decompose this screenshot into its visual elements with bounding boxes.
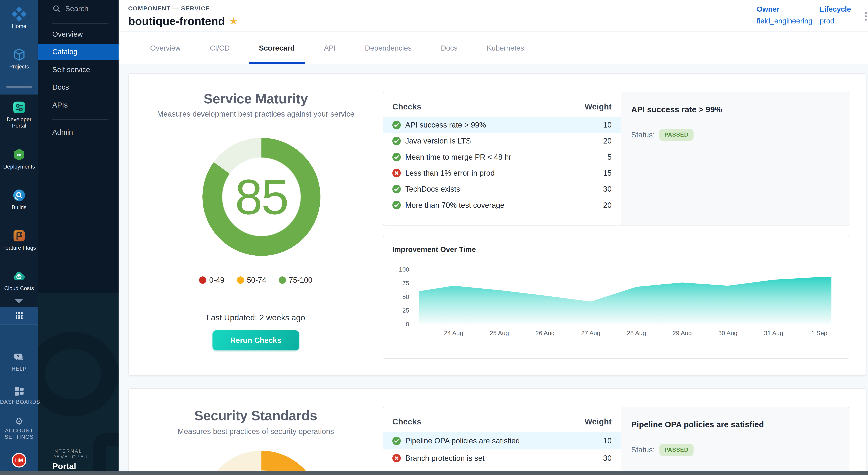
x-axis-tick: 1 Sep — [811, 330, 827, 337]
checks-column-header: Checks — [392, 417, 421, 426]
module-picker-button[interactable] — [8, 307, 30, 324]
check-row[interactable]: Mean time to merge PR < 48 hr5 — [383, 149, 621, 165]
page-title-row: boutique-frontend ★ — [128, 14, 238, 28]
checks-rows: API success rate > 99%10Java version is … — [383, 117, 621, 213]
builds-icon — [12, 188, 26, 203]
last-updated-text: Last Updated: 2 weeks ago — [129, 313, 383, 322]
sidebar-item-catalog[interactable]: Catalog — [38, 44, 119, 60]
check-status-row: Status: PASSED — [631, 444, 840, 456]
entity-header: COMPONENT — SERVICE boutique-frontend ★ … — [119, 0, 868, 31]
rail-label-account-settings: ACCOUNT SETTINGS — [3, 427, 35, 440]
check-label: Java version is LTS — [405, 137, 603, 145]
kebab-menu-icon[interactable] — [860, 9, 868, 24]
tab-scorecard[interactable]: Scorecard — [249, 32, 305, 64]
security-summary: Security Standards Measures best practic… — [129, 389, 383, 471]
check-row[interactable]: API success rate > 99%10 — [383, 117, 621, 133]
sidebar-item-admin[interactable]: Admin — [38, 124, 119, 140]
horizontal-scrollbar[interactable] — [0, 471, 868, 475]
check-weight: 30 — [603, 185, 612, 194]
owner-label: Owner — [757, 5, 812, 13]
tab-dependencies[interactable]: Dependencies — [355, 32, 422, 64]
tab-kubernetes[interactable]: Kubernetes — [476, 32, 534, 64]
owner-meta[interactable]: Owner field_engineering — [757, 5, 812, 25]
security-score-gauge — [203, 451, 320, 471]
scorecard-content: Service Maturity Measures development be… — [119, 64, 868, 471]
check-row[interactable]: TechDocs exists30 — [383, 181, 621, 197]
chart-title: Improvement Over Time — [392, 245, 476, 254]
sidebar-footer-title: Portal — [52, 461, 119, 471]
check-detail-title: API success rate > 99% — [631, 105, 840, 114]
rail-collapse-chevron-down-icon[interactable] — [15, 299, 23, 303]
check-row[interactable]: Java version is LTS20 — [383, 133, 621, 149]
x-axis-tick: 26 Aug — [535, 330, 555, 337]
rerun-checks-button[interactable]: Rerun Checks — [213, 330, 299, 351]
tab-docs[interactable]: Docs — [431, 32, 467, 64]
scorecard-subtitle: Measures development best practices agai… — [129, 110, 383, 118]
check-pass-icon — [392, 153, 401, 161]
rail-item-deployments[interactable]: ∞ Deployments — [0, 147, 38, 170]
check-row[interactable]: Less than 1% error in prod15 — [383, 165, 621, 181]
scorecard-subtitle: Measures best practices of security oper… — [129, 427, 383, 436]
check-pass-icon — [392, 185, 401, 194]
rail-item-dashboards[interactable]: DASHBOARDS — [0, 385, 38, 405]
check-pass-icon — [392, 121, 401, 129]
legend-item: 75-100 — [279, 276, 312, 285]
weight-column-header: Weight — [585, 102, 612, 111]
rail-label-dashboards: DASHBOARDS — [0, 399, 38, 405]
check-fail-icon — [392, 454, 401, 463]
improvement-chart-card: Improvement Over Time 025507510024 Aug25… — [383, 236, 849, 359]
user-avatar[interactable]: HM — [12, 453, 26, 468]
check-label: More than 70% test coverage — [405, 201, 603, 210]
owner-value[interactable]: field_engineering — [757, 17, 812, 25]
grid-menu-icon — [16, 312, 22, 319]
sidebar-footer-eyebrow: INTERNAL DEVELOPER — [52, 448, 119, 459]
check-pass-icon — [392, 201, 401, 209]
checks-table-header: Checks Weight — [383, 407, 621, 432]
sidebar-item-overview[interactable]: Overview — [38, 26, 119, 42]
legend-dot-icon — [199, 276, 207, 284]
rail-item-projects[interactable]: Projects — [0, 47, 38, 70]
developer-portal-icon — [12, 100, 26, 115]
check-row[interactable] — [383, 467, 621, 471]
check-row[interactable]: More than 70% test coverage20 — [383, 197, 621, 213]
sidebar-item-self-service[interactable]: Self service — [38, 62, 119, 78]
rail-item-account-settings[interactable]: ⚙ ACCOUNT SETTINGS — [0, 416, 38, 440]
scorecard-card-service-maturity: Service Maturity Measures development be… — [128, 73, 866, 376]
scorecard-title: Service Maturity — [129, 91, 383, 107]
check-row[interactable]: Branch protection is set30 — [383, 449, 621, 467]
sidebar-item-docs[interactable]: Docs — [38, 80, 119, 95]
rail-item-home[interactable]: Home — [0, 7, 38, 29]
y-axis-tick: 100 — [399, 266, 409, 273]
rail-item-cloud-costs[interactable]: $ Cloud Costs — [0, 269, 38, 292]
tab-api[interactable]: API — [314, 32, 346, 64]
deployments-icon: ∞ — [12, 147, 26, 162]
scorecard-title: Security Standards — [129, 408, 383, 423]
app: { "header": { "eyebrow": "COMPONENT — SE… — [0, 0, 868, 475]
rail-item-feature-flags[interactable]: Feature Flags — [0, 229, 38, 251]
check-label: API success rate > 99% — [405, 121, 603, 129]
x-axis-tick: 31 Aug — [764, 330, 783, 337]
check-pass-icon — [392, 437, 401, 445]
sidebar-footer: INTERNAL DEVELOPER Portal — [52, 448, 119, 471]
tab-overview[interactable]: Overview — [140, 32, 191, 64]
check-detail-panel: API success rate > 99% Status: PASSED — [621, 92, 849, 225]
check-label: Less than 1% error in prod — [405, 169, 603, 177]
check-weight: 30 — [603, 454, 612, 463]
rail-item-help[interactable]: ? HELP — [0, 352, 38, 372]
lifecycle-meta: Lifecycle prod — [820, 5, 851, 25]
rail-item-builds[interactable]: Builds — [0, 188, 38, 211]
tab-ci-cd[interactable]: CI/CD — [199, 32, 240, 64]
status-label: Status: — [631, 445, 655, 454]
maturity-checks-panel: Checks Weight API success rate > 99%10Ja… — [383, 92, 849, 226]
sidebar-item-apis[interactable]: APIs — [38, 97, 119, 113]
gear-icon: ⚙ — [0, 416, 38, 426]
svg-text:?: ? — [17, 354, 20, 359]
rail-item-developer-portal[interactable]: Developer Portal — [0, 100, 38, 129]
sidebar-search[interactable]: Search — [52, 4, 88, 13]
sidebar-decor-bar — [106, 366, 119, 383]
favorite-star-icon[interactable]: ★ — [229, 17, 238, 26]
checks-list: Checks Weight API success rate > 99%10Ja… — [383, 92, 621, 225]
checks-column-header: Checks — [392, 102, 421, 111]
cloud-costs-icon: $ — [12, 269, 26, 284]
check-row[interactable]: Pipeline OPA policies are satisfied10 — [383, 432, 621, 449]
